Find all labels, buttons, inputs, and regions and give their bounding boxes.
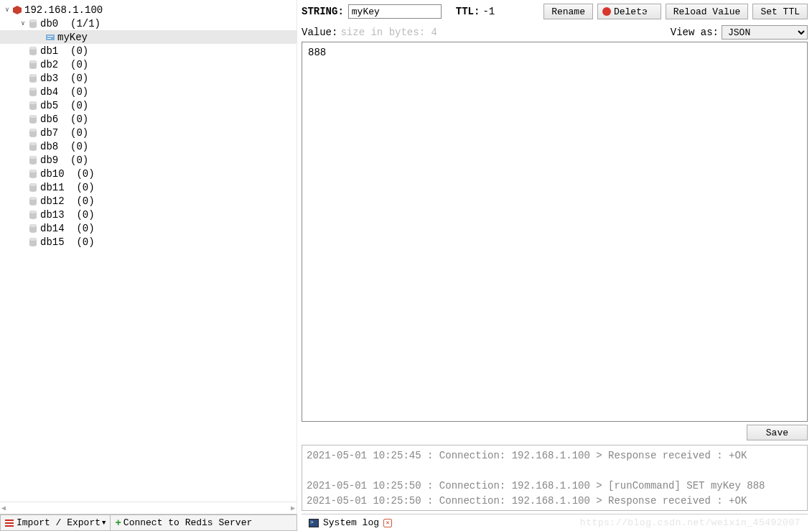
tree-db-node[interactable]: ∨db8 (0) <box>0 139 297 153</box>
svg-point-2 <box>29 19 37 22</box>
watermark: https://blog.csdn.net/weixin_45492007 <box>580 517 801 528</box>
tree-db-node[interactable]: ∨db15 (0) <box>0 235 297 249</box>
svg-point-9 <box>29 60 37 63</box>
log-line: 2021-05-01 10:25:50 : Connection: 192.16… <box>307 479 803 494</box>
delete-button[interactable]: Delete <box>597 4 661 19</box>
svg-rect-3 <box>46 34 55 40</box>
db-label: db10 (0) <box>40 168 95 180</box>
tree-db-node[interactable]: ∨db14 (0) <box>0 221 297 235</box>
tree-db-node[interactable]: ∨db2 (0) <box>0 57 297 71</box>
ttl-label: TTL: <box>456 6 480 17</box>
chevron-down-icon[interactable]: ∨ <box>3 6 11 14</box>
key-tree-panel: ∨ 192.168.1.100 ∨db0 (1/1)∨myKey∨db1 (0)… <box>0 0 297 531</box>
system-log-tab[interactable]: System log ✕ <box>302 514 399 531</box>
db-label: db12 (0) <box>40 195 95 207</box>
value-editor[interactable]: 888 <box>302 42 808 422</box>
database-icon <box>27 223 39 234</box>
db-label: db0 (1/1) <box>40 18 101 29</box>
viewas-select[interactable]: JSON <box>722 25 808 40</box>
scroll-right-icon[interactable]: ▶ <box>291 504 295 512</box>
horizontal-scrollbar[interactable]: ◀ ▶ <box>0 502 297 514</box>
system-log-label: System log <box>323 517 379 528</box>
scroll-left-icon[interactable]: ◀ <box>1 504 6 512</box>
svg-rect-4 <box>47 36 53 37</box>
chevron-down-icon[interactable]: ∨ <box>19 19 27 28</box>
ttl-value: -1 <box>482 6 495 17</box>
db-label: db9 (0) <box>40 154 88 166</box>
database-icon <box>27 59 39 70</box>
rename-button[interactable]: Rename <box>543 4 593 19</box>
value-panel: STRING: TTL: -1 Rename Delete Reload Val… <box>297 0 812 531</box>
import-export-icon <box>5 519 14 527</box>
tree-db-node[interactable]: ∨db6 (0) <box>0 112 297 126</box>
database-icon <box>27 45 39 57</box>
database-icon <box>27 236 39 248</box>
db-label: db3 (0) <box>40 73 88 84</box>
connect-button[interactable]: + Connect to Redis Server <box>110 514 297 531</box>
log-line: 2021-05-01 10:25:45 : Connection: 192.16… <box>307 448 803 463</box>
database-icon <box>27 86 39 98</box>
database-icon <box>27 168 39 180</box>
close-icon[interactable]: ✕ <box>383 519 392 527</box>
svg-point-35 <box>29 238 37 241</box>
tree-db-node[interactable]: ∨db11 (0) <box>0 180 297 194</box>
type-label: STRING: <box>302 6 344 17</box>
tree-key-node[interactable]: ∨myKey <box>0 30 297 44</box>
tree-db-node[interactable]: ∨db12 (0) <box>0 194 297 208</box>
tree-db-node[interactable]: ∨db10 (0) <box>0 167 297 180</box>
delete-label: Delete <box>614 6 648 17</box>
tree-db-node[interactable]: ∨db0 (1/1) <box>0 17 297 30</box>
chevron-down-icon: ▼ <box>102 520 106 527</box>
viewas-label: View as: <box>671 27 719 38</box>
database-icon <box>27 127 39 139</box>
value-label: Value: <box>302 27 337 38</box>
redis-icon <box>11 4 23 16</box>
tree-db-node[interactable]: ∨db13 (0) <box>0 208 297 221</box>
import-export-button[interactable]: Import / Export ▼ <box>0 514 111 531</box>
tree-db-node[interactable]: ∨db5 (0) <box>0 98 297 112</box>
tree-db-node[interactable]: ∨db9 (0) <box>0 153 297 167</box>
database-icon <box>27 182 39 193</box>
database-icon <box>27 18 39 29</box>
tree-db-node[interactable]: ∨db3 (0) <box>0 71 297 85</box>
terminal-icon <box>309 519 319 527</box>
db-label: db2 (0) <box>40 59 88 70</box>
svg-point-23 <box>29 156 37 159</box>
db-label: db15 (0) <box>40 236 95 248</box>
database-icon <box>27 100 39 111</box>
svg-rect-5 <box>47 38 51 39</box>
key-label: myKey <box>57 32 88 43</box>
svg-point-15 <box>29 101 37 104</box>
svg-point-17 <box>29 115 37 118</box>
database-icon <box>27 73 39 84</box>
connect-label: Connect to Redis Server <box>123 517 252 528</box>
db-label: db7 (0) <box>40 127 88 139</box>
database-icon <box>27 195 39 207</box>
svg-point-7 <box>29 47 37 50</box>
db-label: db11 (0) <box>40 182 95 193</box>
tree-db-node[interactable]: ∨db1 (0) <box>0 44 297 57</box>
set-ttl-button[interactable]: Set TTL <box>752 4 808 19</box>
key-name-input[interactable] <box>348 4 442 19</box>
import-export-label: Import / Export <box>17 517 101 528</box>
db-label: db13 (0) <box>40 209 95 221</box>
tree-db-node[interactable]: ∨db7 (0) <box>0 126 297 139</box>
log-output[interactable]: 2021-05-01 10:25:45 : Connection: 192.16… <box>302 445 808 511</box>
svg-point-29 <box>29 197 37 200</box>
tree-scroll[interactable]: ∨ 192.168.1.100 ∨db0 (1/1)∨myKey∨db1 (0)… <box>0 0 297 502</box>
db-label: db14 (0) <box>40 223 95 234</box>
key-icon <box>45 32 56 43</box>
log-line: 2021-05-01 10:25:50 : Connection: 192.16… <box>307 494 803 509</box>
db-label: db8 (0) <box>40 141 88 152</box>
plus-icon: + <box>115 517 121 529</box>
tree-server-node[interactable]: ∨ 192.168.1.100 <box>0 3 297 17</box>
svg-point-27 <box>29 183 37 186</box>
tree-db-node[interactable]: ∨db4 (0) <box>0 85 297 98</box>
svg-point-31 <box>29 211 37 213</box>
db-label: db6 (0) <box>40 114 88 125</box>
svg-point-33 <box>29 224 37 227</box>
server-label: 192.168.1.100 <box>24 4 103 16</box>
save-button[interactable]: Save <box>747 425 808 440</box>
reload-button[interactable]: Reload Value <box>666 4 749 19</box>
svg-point-21 <box>29 142 37 145</box>
